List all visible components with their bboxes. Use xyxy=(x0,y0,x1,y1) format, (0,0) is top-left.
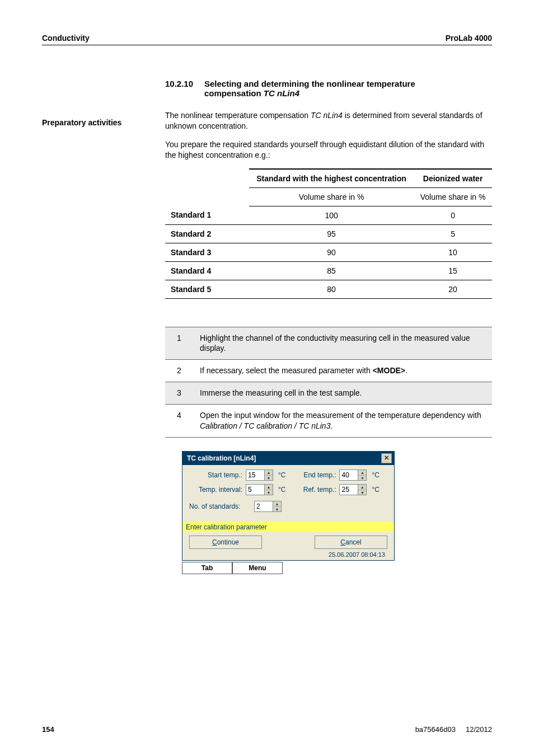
tc-calibration-dialog: TC calibration [nLin4] ✕ Start temp.: ▲▼… xyxy=(182,451,395,561)
start-temp-field[interactable] xyxy=(246,470,264,480)
footer-doc: ba75646d03 xyxy=(415,725,456,734)
std-val-b: 10 xyxy=(414,243,492,261)
ref-temp-label: Ref. temp.: xyxy=(297,486,336,494)
section-heading: 10.2.10 Selecting and determining the no… xyxy=(165,79,492,98)
std-row-label: Standard 1 xyxy=(165,206,249,224)
std-row-label: Standard 3 xyxy=(165,243,249,261)
step-number: 4 xyxy=(165,405,193,438)
std-head-1: Standard with the highest concentration xyxy=(249,169,414,188)
unit-c: °C xyxy=(372,471,379,479)
header-left: Conductivity xyxy=(42,34,90,43)
start-temp-label: Start temp.: xyxy=(189,471,242,479)
section-title-l2: compensation xyxy=(204,88,264,98)
spin-down-icon[interactable]: ▼ xyxy=(358,476,366,481)
std-head-2: Deionized water xyxy=(414,169,492,188)
spin-down-icon[interactable]: ▼ xyxy=(265,476,273,481)
ref-temp-field[interactable] xyxy=(340,485,358,495)
temp-interval-field[interactable] xyxy=(246,485,264,495)
std-sub-1: Volume share in % xyxy=(249,187,414,206)
intro-para-1: The nonlinear temperature compensation T… xyxy=(165,110,492,132)
std-row-label: Standard 4 xyxy=(165,261,249,280)
std-val-a: 100 xyxy=(249,206,414,224)
std-val-b: 5 xyxy=(414,224,492,243)
dialog-title: TC calibration [nLin4] xyxy=(187,454,256,462)
ref-temp-input[interactable]: ▲▼ xyxy=(339,484,367,495)
temp-interval-input[interactable]: ▲▼ xyxy=(246,484,273,495)
std-val-a: 85 xyxy=(249,261,414,280)
start-temp-input[interactable]: ▲▼ xyxy=(246,469,273,481)
cancel-button[interactable]: Cancel xyxy=(315,536,387,549)
spin-up-icon[interactable]: ▲ xyxy=(273,501,281,507)
std-val-a: 90 xyxy=(249,243,414,261)
spin-up-icon[interactable]: ▲ xyxy=(358,485,366,490)
section-title-l1: Selecting and determining the nonlinear … xyxy=(204,79,415,88)
status-line: Enter calibration parameter xyxy=(182,522,394,532)
menu-button[interactable]: Menu xyxy=(232,562,283,574)
tab-button[interactable]: Tab xyxy=(182,562,232,574)
steps-table: 1Highlight the channel of the conductivi… xyxy=(165,327,492,438)
step-text: Highlight the channel of the conductivit… xyxy=(193,327,492,360)
continue-button[interactable]: Continue xyxy=(189,536,262,549)
step-text: If necessary, select the measured parame… xyxy=(193,360,492,382)
unit-c: °C xyxy=(278,486,285,494)
std-val-a: 95 xyxy=(249,224,414,243)
std-sub-2: Volume share in % xyxy=(414,187,492,206)
timestamp: 25.06.2007 08:04:13 xyxy=(189,551,387,558)
header-right: ProLab 4000 xyxy=(446,34,492,43)
end-temp-field[interactable] xyxy=(340,470,358,480)
std-val-b: 20 xyxy=(414,280,492,298)
spin-up-icon[interactable]: ▲ xyxy=(358,470,366,476)
step-text: Immerse the measuring cell in the test s… xyxy=(193,382,492,405)
end-temp-input[interactable]: ▲▼ xyxy=(339,469,367,481)
intro-para-2: You prepare the required standards yours… xyxy=(165,139,492,161)
footer-date: 12/2012 xyxy=(466,725,492,734)
std-row-label: Standard 5 xyxy=(165,280,249,298)
no-standards-label: No. of standards: xyxy=(189,503,251,510)
spin-up-icon[interactable]: ▲ xyxy=(265,485,273,490)
step-number: 2 xyxy=(165,360,193,382)
step-number: 3 xyxy=(165,382,193,405)
side-label: Preparatory activities xyxy=(42,118,165,127)
end-temp-label: End temp.: xyxy=(297,471,336,479)
step-number: 1 xyxy=(165,327,193,360)
std-val-b: 0 xyxy=(414,206,492,224)
section-title-em: TC nLin4 xyxy=(264,88,299,98)
spin-down-icon[interactable]: ▼ xyxy=(265,490,273,495)
spin-down-icon[interactable]: ▼ xyxy=(358,490,366,495)
step-text: Open the input window for the measuremen… xyxy=(193,405,492,438)
temp-interval-label: Temp. interval: xyxy=(189,486,242,494)
std-val-b: 15 xyxy=(414,261,492,280)
unit-c: °C xyxy=(278,471,285,479)
std-row-label: Standard 2 xyxy=(165,224,249,243)
intro-1a: The nonlinear temperature compensation xyxy=(165,111,311,120)
intro-1em: TC nLin4 xyxy=(311,111,343,120)
spin-up-icon[interactable]: ▲ xyxy=(265,470,273,476)
unit-c: °C xyxy=(372,486,379,494)
no-standards-field[interactable] xyxy=(255,501,273,511)
std-val-a: 80 xyxy=(249,280,414,298)
page-number: 154 xyxy=(42,725,54,734)
spin-down-icon[interactable]: ▼ xyxy=(273,507,281,512)
standards-table: Standard with the highest concentration … xyxy=(165,168,492,299)
no-standards-input[interactable]: ▲▼ xyxy=(254,501,282,512)
close-icon[interactable]: ✕ xyxy=(381,453,392,463)
section-number: 10.2.10 xyxy=(165,79,204,98)
